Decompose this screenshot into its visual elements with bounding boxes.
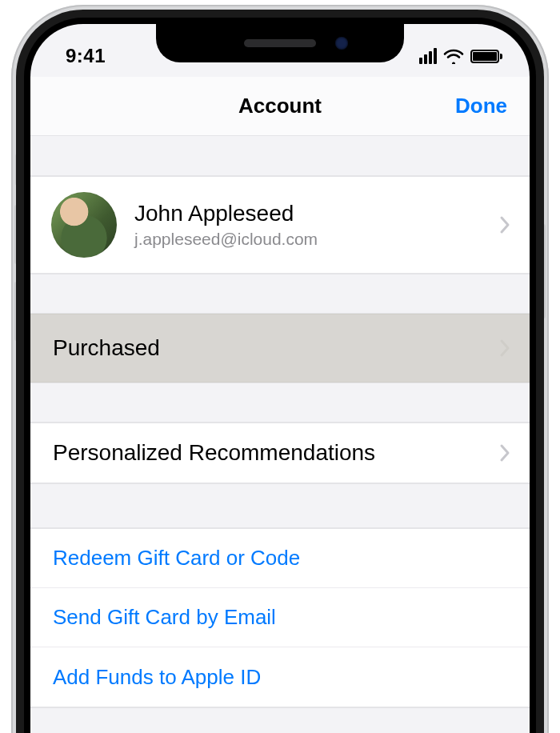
profile-group: John Appleseed j.appleseed@icloud.com bbox=[30, 176, 530, 274]
add-funds-row[interactable]: Add Funds to Apple ID bbox=[30, 647, 530, 707]
device-bezel-inner: 9:41 bbox=[24, 18, 536, 733]
profile-row[interactable]: John Appleseed j.appleseed@icloud.com bbox=[30, 177, 530, 273]
profile-email: j.appleseed@icloud.com bbox=[134, 230, 318, 249]
purchased-group: Purchased bbox=[30, 314, 530, 383]
device-bezel: 9:41 bbox=[16, 10, 544, 733]
notch bbox=[156, 24, 404, 62]
page-title: Account bbox=[238, 94, 322, 118]
screen: 9:41 bbox=[30, 24, 530, 733]
avatar bbox=[51, 192, 117, 258]
battery-icon bbox=[470, 50, 499, 63]
profile-text: John Appleseed j.appleseed@icloud.com bbox=[134, 201, 318, 249]
add-funds-label: Add Funds to Apple ID bbox=[53, 665, 261, 690]
nav-bar: Account Done bbox=[30, 77, 530, 136]
chevron-right-icon bbox=[499, 338, 510, 358]
purchased-label: Purchased bbox=[53, 335, 160, 361]
group-separator bbox=[30, 136, 530, 176]
group-separator bbox=[30, 383, 530, 423]
gift-links-group: Redeem Gift Card or Code Send Gift Card … bbox=[30, 528, 530, 707]
front-camera bbox=[335, 37, 348, 50]
status-icons bbox=[419, 48, 499, 64]
recommendations-group: Personalized Recommendations bbox=[30, 423, 530, 483]
send-gift-label: Send Gift Card by Email bbox=[53, 605, 276, 630]
cellular-signal-icon bbox=[419, 48, 437, 64]
chevron-right-icon bbox=[499, 443, 510, 463]
profile-name: John Appleseed bbox=[134, 201, 318, 226]
recommendations-label: Personalized Recommendations bbox=[53, 440, 375, 466]
group-separator bbox=[30, 483, 530, 528]
wifi-icon bbox=[443, 48, 464, 64]
send-gift-row[interactable]: Send Gift Card by Email bbox=[30, 588, 530, 647]
content: John Appleseed j.appleseed@icloud.com bbox=[30, 136, 530, 733]
redeem-label: Redeem Gift Card or Code bbox=[53, 546, 300, 571]
earpiece-speaker bbox=[244, 39, 316, 47]
recommendations-row[interactable]: Personalized Recommendations bbox=[30, 423, 530, 483]
device-frame: 9:41 bbox=[11, 5, 549, 733]
done-button[interactable]: Done bbox=[455, 94, 507, 118]
purchased-row[interactable]: Purchased bbox=[30, 314, 530, 383]
chevron-right-icon bbox=[499, 215, 510, 234]
group-separator bbox=[30, 274, 530, 314]
redeem-row[interactable]: Redeem Gift Card or Code bbox=[30, 529, 530, 588]
group-separator bbox=[30, 707, 530, 733]
status-time: 9:41 bbox=[66, 45, 106, 67]
